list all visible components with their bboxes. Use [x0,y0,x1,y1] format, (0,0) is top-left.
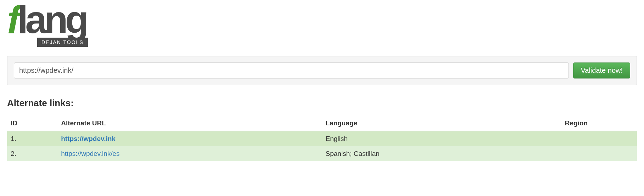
table-header-row: ID Alternate URL Language Region [7,116,637,131]
url-input[interactable] [14,62,569,78]
header-region: Region [561,116,637,131]
logo-letter-f: f [7,0,17,41]
logo-container: flang DEJAN TOOLS [7,0,637,50]
cell-id: 2. [7,146,57,161]
logo-text: flang [7,0,88,39]
logo-subtitle: DEJAN TOOLS [37,38,88,47]
header-language: Language [322,116,561,131]
table-row: 1. https://wpdev.ink English [7,131,637,146]
header-url: Alternate URL [57,116,322,131]
cell-url: https://wpdev.ink/es [57,146,322,161]
table-row: 2. https://wpdev.ink/es Spanish; Castili… [7,146,637,161]
section-title: Alternate links: [7,98,637,109]
search-bar: Validate now! [7,56,637,85]
logo: flang DEJAN TOOLS [7,0,88,47]
cell-id: 1. [7,131,57,146]
header-id: ID [7,116,57,131]
cell-region [561,131,637,146]
results-table: ID Alternate URL Language Region 1. http… [7,116,637,161]
logo-letters-lang: lang [17,0,86,41]
alternate-url-link[interactable]: https://wpdev.ink/es [61,150,119,157]
alternate-url-link[interactable]: https://wpdev.ink [61,135,116,142]
cell-url: https://wpdev.ink [57,131,322,146]
cell-region [561,146,637,161]
validate-button[interactable]: Validate now! [573,62,630,78]
cell-language: Spanish; Castilian [322,146,561,161]
cell-language: English [322,131,561,146]
